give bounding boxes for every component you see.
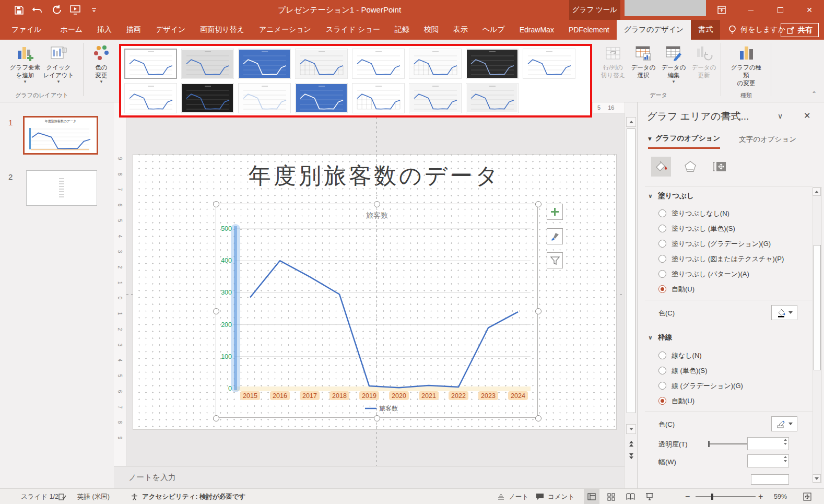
tab-3[interactable]: デザイン [148,20,193,40]
chart-style-style-7[interactable] [466,49,519,79]
zoom-out-icon[interactable]: − [685,489,690,504]
fill-color-button[interactable] [771,305,797,320]
zoom-level[interactable]: 59% [774,489,787,504]
zoom-slider-thumb[interactable] [711,494,713,500]
chart-style-style-11[interactable] [238,83,291,113]
panel-scroll-up-icon[interactable] [813,187,821,196]
chart-style-style-9[interactable] [124,83,177,113]
chart-style-style-5[interactable] [352,49,405,79]
resize-handle-ne[interactable] [535,201,542,207]
radio-circle[interactable] [658,270,666,278]
radio-circle[interactable] [658,240,666,248]
size-properties-icon[interactable] [710,157,729,177]
radio-fill-2[interactable]: 塗りつぶし (グラデーション)(G) [658,236,784,251]
panel-scrollbar-thumb[interactable] [814,245,821,370]
radio-fill-3[interactable]: 塗りつぶし (図またはテクスチャ)(P) [658,251,784,266]
radio-border-2[interactable]: 線 (グラデーション)(G) [658,378,743,393]
slide-indicator[interactable]: スライド 1/2 [21,489,58,504]
radio-circle[interactable] [658,225,666,232]
slide-canvas[interactable]: 年度別旅客数のデータ 旅客数01002003004005002015201620… [126,102,625,466]
slide-sorter-view-icon[interactable] [603,489,619,504]
border-section-header[interactable]: ∨枠線 [648,333,672,342]
chart-style-style-8[interactable] [523,49,575,79]
tab-11[interactable]: EdrawMax [512,20,561,40]
panel-tab-文字のオプション[interactable]: 文字のオプション [739,134,796,149]
resize-handle-w[interactable] [213,308,219,314]
tab-file[interactable]: ファイル [0,20,53,40]
scroll-up-icon[interactable] [626,117,636,127]
chart-style-style-3[interactable] [238,49,291,79]
panel-close-icon[interactable]: ✕ [804,111,810,121]
tab-12[interactable]: PDFelement [561,20,617,40]
chart-filters-button[interactable] [547,252,563,268]
accessibility-status[interactable]: アクセシビリティ: 検討が必要です [142,489,245,504]
radio-circle[interactable] [658,351,666,359]
tab-0[interactable]: ホーム [53,20,90,40]
next-slide-icon[interactable] [627,453,635,459]
close-button[interactable]: ✕ [795,0,824,20]
panel-scroll-down-icon[interactable] [813,474,821,483]
resize-handle-n[interactable] [374,201,380,207]
radio-border-1[interactable]: 線 (単色)(S) [658,363,743,378]
share-button[interactable]: 共有 [781,23,819,37]
chart-style-style-6[interactable] [409,49,462,79]
notes-button[interactable]: ノート [497,489,528,504]
zoom-slider[interactable] [696,496,756,497]
chart-style-style-2[interactable] [181,49,234,79]
radio-border-3[interactable]: 自動(U) [658,393,743,408]
panel-tab-グラフのオプション[interactable]: ▾グラフのオプション [648,134,720,149]
tab-7[interactable]: 記録 [387,20,417,40]
fill-and-line-icon[interactable] [651,157,671,177]
chart-elements-button[interactable] [547,204,563,220]
resize-handle-s[interactable] [374,415,380,421]
effects-icon[interactable] [680,157,700,177]
chart-style-style-4[interactable] [295,49,348,79]
transparency-input[interactable] [747,437,789,450]
quick-layout-button[interactable]: クイックレイアウト▾ [42,41,75,84]
next-input-partial[interactable] [751,474,789,485]
collapse-ribbon-icon[interactable]: ⌃ [811,90,817,98]
radio-circle[interactable] [658,367,666,374]
radio-fill-5[interactable]: 自動(U) [658,282,784,297]
width-input[interactable] [747,454,789,467]
customize-qat-icon[interactable] [89,5,99,15]
tab-4[interactable]: 画面切り替え [193,20,252,40]
chart-style-style-10[interactable] [181,83,234,113]
tab-5[interactable]: アニメーション [252,20,319,40]
fit-to-window-icon[interactable] [803,489,811,504]
radio-circle[interactable] [658,285,666,293]
radio-fill-1[interactable]: 塗りつぶし (単色)(S) [658,221,784,236]
zoom-in-icon[interactable]: + [758,489,763,504]
chart-style-style-15[interactable] [466,83,519,113]
panel-scrollbar[interactable] [813,187,822,483]
change-chart-type-button[interactable]: グラフの種類の変更 [730,41,762,87]
start-slideshow-icon[interactable] [70,5,80,15]
tab-1[interactable]: 挿入 [90,20,119,40]
add-chart-element-button[interactable]: グラフ要素を追加▾ [9,41,41,84]
border-color-button[interactable] [771,416,797,431]
scroll-down-icon[interactable] [626,424,636,434]
tab-contextual-グラフのデザイン[interactable]: グラフのデザイン [617,20,691,40]
save-icon[interactable] [14,5,24,15]
panel-chevron-down-icon[interactable]: ∨ [778,112,783,120]
tab-2[interactable]: 描画 [119,20,148,40]
redo-icon[interactable] [51,5,62,15]
fill-section-header[interactable]: ∨塗りつぶし [648,191,694,201]
resize-handle-sw[interactable] [213,415,219,421]
comments-button[interactable]: コメント [536,489,574,504]
minimize-button[interactable]: ─ [736,0,766,20]
maximize-button[interactable] [766,0,795,20]
chart-styles-button[interactable] [547,228,563,244]
chart-style-style-13[interactable] [352,83,405,113]
tab-8[interactable]: 校閲 [417,20,446,40]
reading-view-icon[interactable] [622,489,638,504]
radio-circle[interactable] [658,382,666,390]
previous-slide-icon[interactable] [627,441,635,447]
undo-icon[interactable] [32,5,43,15]
ribbon-display-options-icon[interactable] [707,0,736,20]
canvas-scrollbar[interactable] [625,102,637,488]
chart-style-style-14[interactable] [409,83,462,113]
scrollbar-thumb[interactable] [627,128,635,413]
transparency-slider-thumb[interactable] [708,441,710,447]
radio-border-0[interactable]: 線なし(N) [658,348,743,363]
